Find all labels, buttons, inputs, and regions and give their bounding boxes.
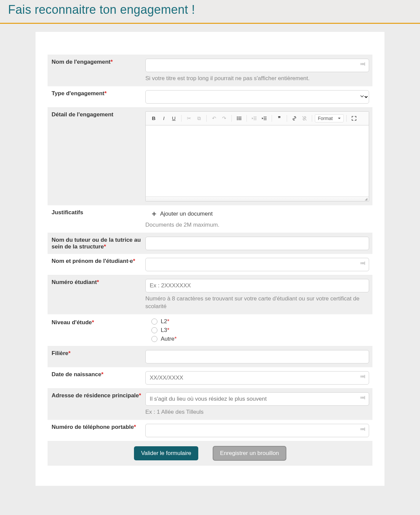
- svg-rect-15: [264, 119, 267, 120]
- radio-icon: [151, 336, 157, 342]
- label-justificatifs: Justificatifs: [48, 206, 145, 233]
- label-address: Adresse de résidence principale*: [48, 389, 145, 420]
- redo-button[interactable]: ↷: [219, 114, 229, 123]
- save-draft-button[interactable]: Enregistrer un brouillon: [213, 446, 286, 460]
- svg-rect-13: [264, 117, 267, 117]
- label-tutor: Nom du tuteur ou de la tutrice au sein d…: [48, 233, 145, 254]
- label-filiere: Filière*: [48, 346, 145, 367]
- engagement-type-select[interactable]: [145, 90, 369, 104]
- button-row: Valider le formulaire Enregistrer un bro…: [48, 441, 372, 466]
- row-dob: Date de naissance*: [48, 367, 372, 388]
- unlink-button[interactable]: [300, 114, 309, 123]
- link-button[interactable]: [290, 114, 299, 123]
- row-detail: Détail de l'engagement B I U ✂ ⧉ ↶ ↷: [48, 107, 372, 205]
- svg-point-8: [237, 119, 238, 120]
- radio-autre[interactable]: Autre*: [151, 336, 369, 342]
- bold-button[interactable]: B: [149, 114, 158, 123]
- svg-rect-7: [238, 118, 241, 119]
- required-mark: *: [111, 59, 113, 65]
- svg-point-4: [237, 117, 238, 118]
- page-title: Fais reconnaitre ton engagement !: [8, 3, 412, 17]
- svg-rect-9: [238, 119, 241, 120]
- row-study-level: Niveau d'étude* L2* L3* Autre*: [48, 314, 372, 346]
- dob-input[interactable]: [145, 371, 369, 385]
- student-number-input[interactable]: [145, 279, 369, 292]
- page-header: Fais reconnaitre ton engagement !: [0, 0, 420, 24]
- outdent-button[interactable]: [250, 114, 259, 123]
- svg-rect-10: [254, 117, 257, 117]
- radio-l3[interactable]: L3*: [151, 327, 369, 334]
- row-engagement-type: Type d'engagement*: [48, 86, 372, 107]
- copy-button[interactable]: ⧉: [194, 114, 204, 123]
- format-dropdown[interactable]: Format: [315, 114, 344, 122]
- svg-rect-11: [254, 118, 257, 119]
- submit-button[interactable]: Valider le formulaire: [134, 446, 198, 460]
- label-engagement-type: Type d'engagement*: [48, 87, 145, 107]
- row-address: Adresse de résidence principale* Ex : 1 …: [48, 388, 372, 420]
- engagement-name-input[interactable]: [145, 59, 369, 72]
- helper-student-number: Numéro à 8 caractères se trouvant sur vo…: [145, 295, 369, 310]
- svg-rect-14: [264, 118, 267, 119]
- add-document-button[interactable]: Ajouter un document: [145, 209, 213, 219]
- svg-point-6: [237, 118, 238, 119]
- address-input[interactable]: [145, 392, 369, 406]
- rte-resize-handle[interactable]: [146, 196, 369, 201]
- row-justificatifs: Justificatifs Ajouter un document Docume…: [48, 205, 372, 233]
- student-name-input[interactable]: [145, 258, 369, 271]
- italic-button[interactable]: I: [159, 114, 168, 123]
- label-detail: Détail de l'engagement: [48, 108, 145, 205]
- rich-text-editor: B I U ✂ ⧉ ↶ ↷: [145, 111, 369, 202]
- maximize-button[interactable]: [349, 114, 359, 123]
- row-mobile: Numéro de téléphone portable*: [48, 420, 372, 441]
- label-dob: Date de naissance*: [48, 367, 145, 388]
- svg-rect-5: [238, 117, 241, 117]
- form-card: Nom de l'engagement* Si votre titre est …: [36, 32, 384, 486]
- radio-icon: [151, 319, 157, 325]
- bullet-list-button[interactable]: [234, 114, 244, 123]
- rte-body[interactable]: [146, 125, 369, 196]
- helper-engagement-name: Si votre titre est trop long il pourrait…: [145, 75, 369, 82]
- blockquote-button[interactable]: ❞: [275, 114, 284, 123]
- svg-rect-12: [254, 119, 257, 120]
- radio-icon: [151, 327, 157, 333]
- radio-l2[interactable]: L2*: [151, 318, 369, 325]
- row-student-name: Nom et prénom de l'étudiant·e*: [48, 254, 372, 275]
- row-filiere: Filière*: [48, 346, 372, 367]
- label-study-level: Niveau d'étude*: [48, 314, 145, 346]
- label-student-name: Nom et prénom de l'étudiant·e*: [48, 254, 145, 275]
- undo-button[interactable]: ↶: [209, 114, 219, 123]
- filiere-input[interactable]: [145, 350, 369, 363]
- row-student-number: Numéro étudiant* Numéro à 8 caractères s…: [48, 275, 372, 314]
- label-mobile: Numéro de téléphone portable*: [48, 420, 145, 441]
- label-student-number: Numéro étudiant*: [48, 275, 145, 314]
- helper-address: Ex : 1 Allée des Tilleuls: [145, 408, 369, 416]
- cut-button[interactable]: ✂: [184, 114, 194, 123]
- study-level-radio-group: L2* L3* Autre*: [145, 318, 369, 342]
- row-engagement-name: Nom de l'engagement* Si votre titre est …: [48, 55, 372, 86]
- helper-justificatifs: Documents de 2M maximum.: [145, 221, 369, 229]
- rte-toolbar: B I U ✂ ⧉ ↶ ↷: [146, 112, 369, 125]
- row-tutor: Nom du tuteur ou de la tutrice au sein d…: [48, 233, 372, 254]
- label-engagement-name: Nom de l'engagement*: [48, 55, 145, 86]
- tutor-name-input[interactable]: [145, 237, 369, 250]
- underline-button[interactable]: U: [169, 114, 179, 123]
- mobile-input[interactable]: [145, 424, 369, 437]
- indent-button[interactable]: [260, 114, 269, 123]
